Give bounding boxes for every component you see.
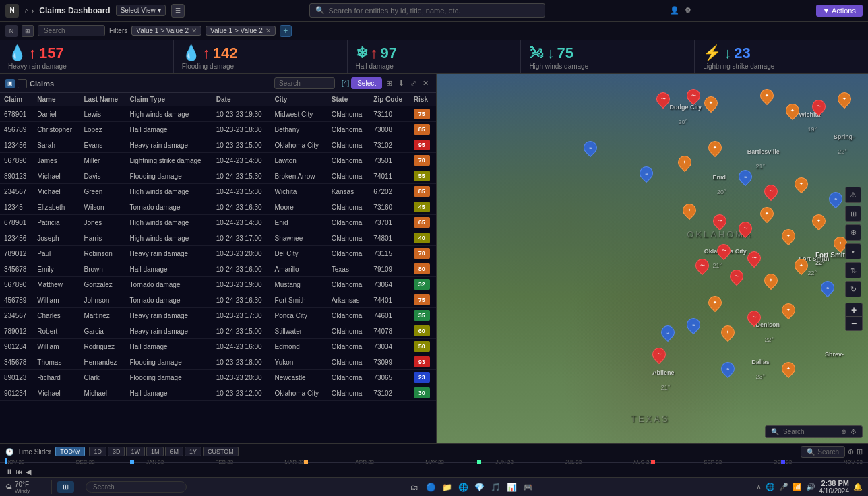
snowflake-icon[interactable]: ❄: [845, 224, 861, 241]
col-risk[interactable]: Risk: [410, 93, 436, 106]
table-row[interactable]: 234567CharlesMartinezHeavy rain damage10…: [0, 308, 436, 323]
col-state[interactable]: State: [328, 93, 370, 106]
start-button[interactable]: ⊞: [57, 481, 74, 493]
timeline-grid-icon[interactable]: ⊞: [857, 447, 863, 456]
table-row[interactable]: 345678EmilyBrownHail damage10-24-23 16:0…: [0, 261, 436, 277]
table-row[interactable]: 12345ElizabethWilsonTornado damage10-24-…: [0, 199, 436, 215]
table-row[interactable]: 901234MichaelMichaelHail damage10-23-23 …: [0, 385, 436, 401]
table-cell: 73099: [369, 354, 410, 370]
settings-icon[interactable]: ⚙: [685, 6, 691, 15]
table-row[interactable]: 890123MichaelDavisFlooding damage10-24-2…: [0, 168, 436, 184]
global-search-input[interactable]: [329, 7, 539, 15]
col-date[interactable]: Date: [212, 93, 271, 106]
table-cell: 73110: [369, 106, 410, 122]
download-icon[interactable]: ⬇: [396, 78, 406, 88]
wifi-icon[interactable]: 📶: [793, 483, 802, 491]
taskbar-app2-icon[interactable]: 📁: [441, 481, 453, 493]
layers-icon[interactable]: ⊞: [22, 25, 34, 37]
columns-icon[interactable]: ⊞: [384, 78, 394, 88]
table-row[interactable]: 678901PatriciaJonesHigh winds damage10-2…: [0, 215, 436, 230]
taskbar-explorer-icon[interactable]: 🗂: [408, 481, 421, 493]
table-row[interactable]: 456789WilliamJohnsonTornado damage10-24-…: [0, 292, 436, 308]
notification-icon[interactable]: 🔔: [853, 483, 863, 491]
layers-map-icon[interactable]: ⊞: [845, 206, 861, 222]
close-table-icon[interactable]: ✕: [421, 78, 431, 88]
taskbar-app4-icon[interactable]: 🎵: [489, 481, 501, 493]
swap-icon[interactable]: ⇅: [845, 262, 861, 278]
volume-icon[interactable]: 🔊: [806, 483, 815, 491]
table-search-input[interactable]: [274, 78, 335, 89]
timeline-btn-1d[interactable]: 1D: [89, 447, 106, 456]
weather-icon: 🌤: [5, 483, 12, 491]
pause-icon[interactable]: ⏸: [5, 468, 13, 476]
table-toggle[interactable]: ▣: [5, 79, 15, 88]
chevron-up-icon[interactable]: ∧: [756, 483, 762, 491]
taskbar-browser-icon[interactable]: 🌐: [457, 481, 469, 493]
expand-icon[interactable]: ⤢: [408, 78, 418, 88]
col-last-name[interactable]: Last Name: [80, 93, 125, 106]
dot-icon[interactable]: •: [845, 243, 861, 259]
filter-tag-1-close[interactable]: ✕: [191, 27, 197, 34]
timeline-btn-1m[interactable]: 1M: [146, 447, 164, 456]
map-panel[interactable]: Dodge City20°Bartlesville21°Wichita19°En…: [437, 74, 868, 443]
warning-icon[interactable]: ⚠: [845, 187, 861, 203]
claims-table[interactable]: ClaimNameLast NameClaim TypeDateCityStat…: [0, 93, 436, 443]
table-row[interactable]: 567890MatthewGonzalezTornado damage10-23…: [0, 277, 436, 292]
mic-icon[interactable]: 🎤: [779, 483, 788, 491]
table-row[interactable]: 345678ThomasHernandezFlooding damage10-2…: [0, 354, 436, 370]
timeline-btn-6m[interactable]: 6M: [165, 447, 183, 456]
timeline-btn-custom[interactable]: CUSTOM: [203, 447, 239, 456]
table-row[interactable]: 123456SarahEvansHeavy rain damage10-23-2…: [0, 137, 436, 153]
zoom-out-button[interactable]: −: [846, 317, 862, 330]
timeline-zoom-icon[interactable]: ⊕: [848, 447, 854, 456]
refresh-map-icon[interactable]: ↻: [845, 281, 861, 297]
table-cell: Hail damage: [125, 339, 212, 354]
add-filter-button[interactable]: +: [280, 25, 292, 37]
table-cell: Wilson: [80, 199, 125, 215]
bookmark-icon[interactable]: ☰: [171, 4, 185, 18]
col-claim-type[interactable]: Claim Type: [125, 93, 212, 106]
map-search-input[interactable]: [783, 428, 837, 435]
table-cell: 567890: [0, 153, 33, 168]
zoom-in-button[interactable]: +: [846, 303, 862, 317]
filter-tag-2-close[interactable]: ✕: [266, 27, 271, 34]
table-cell: 73034: [369, 339, 410, 354]
table-row[interactable]: 678901DanielLewisHigh winds damage10-23-…: [0, 106, 436, 122]
table-row[interactable]: 567890JamesMillerLightning strike damage…: [0, 153, 436, 168]
timeline-today-btn[interactable]: TODAY: [55, 447, 85, 456]
col-city[interactable]: City: [271, 93, 328, 106]
col-claim[interactable]: Claim: [0, 93, 33, 106]
select-view-dropdown[interactable]: Select View ▾: [116, 5, 166, 16]
table-row[interactable]: 789012RobertGarciaHeavy rain damage10-24…: [0, 323, 436, 339]
table-row[interactable]: 890123RichardClarkFlooding damage10-23-2…: [0, 370, 436, 385]
taskbar-app3-icon[interactable]: 💎: [473, 481, 485, 493]
taskbar-search-input[interactable]: [86, 481, 187, 493]
network-icon[interactable]: 🌐: [766, 483, 775, 491]
filter-tag-1[interactable]: Value 1 > Value 2 ✕: [131, 26, 202, 36]
table-row[interactable]: 456789ChristopherLopezHail damage10-23-2…: [0, 122, 436, 137]
map-settings-icon[interactable]: ⚙: [850, 428, 857, 435]
table-row[interactable]: 234567MichaelGreenHigh winds damage10-24…: [0, 184, 436, 199]
table-check[interactable]: [18, 79, 27, 88]
table-row[interactable]: 901234WilliamRodriguezHail damage10-24-2…: [0, 339, 436, 354]
filter-search-input[interactable]: [38, 25, 105, 36]
map-zoom-icon[interactable]: ⊕: [841, 428, 846, 435]
taskbar-app5-icon[interactable]: 📊: [505, 481, 518, 493]
table-row[interactable]: 123456JosephHarrisHigh winds damage10-24…: [0, 230, 436, 246]
actions-button[interactable]: ▼ Actions: [816, 5, 863, 17]
user-icon[interactable]: 👤: [670, 6, 679, 15]
timeline-btn-1y[interactable]: 1Y: [185, 447, 202, 456]
taskbar-app1-icon[interactable]: 🔵: [425, 481, 437, 493]
col-zip-code[interactable]: Zip Code: [369, 93, 410, 106]
table-row[interactable]: 789012PaulRobinsonHeavy rain damage10-23…: [0, 246, 436, 261]
timeline-btn-3d[interactable]: 3D: [108, 447, 125, 456]
select-button[interactable]: Select: [351, 78, 382, 89]
timeline-btn-1w[interactable]: 1W: [126, 447, 145, 456]
table-cell: Michael: [33, 184, 80, 199]
taskbar-app6-icon[interactable]: 🎮: [522, 481, 534, 493]
filter-tag-2[interactable]: Value 1 > Value 2 ✕: [206, 26, 276, 36]
skip-back-icon[interactable]: ⏮: [16, 468, 23, 476]
breadcrumb-home[interactable]: ⌂: [24, 7, 29, 15]
step-back-icon[interactable]: ◀: [26, 468, 31, 476]
col-name[interactable]: Name: [33, 93, 80, 106]
